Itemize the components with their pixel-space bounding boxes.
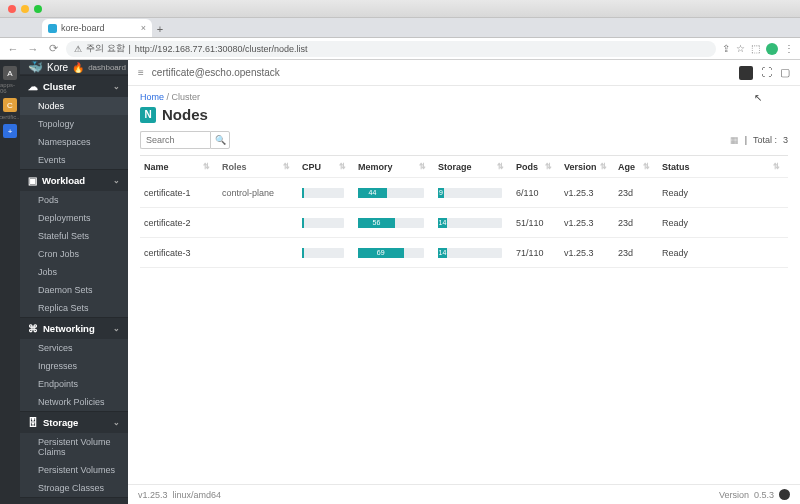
- cell-pods: 71/110: [512, 248, 560, 258]
- group-icon: 🗄: [28, 417, 38, 428]
- page-title: Nodes: [162, 106, 208, 123]
- sidebar-item-ingresses[interactable]: Ingresses: [20, 357, 128, 375]
- group-icon: ⌘: [28, 323, 38, 334]
- sort-icon[interactable]: ⇅: [203, 162, 214, 171]
- cell-version: v1.25.3: [560, 248, 614, 258]
- mini-app-b[interactable]: C: [3, 98, 17, 112]
- url-text: http://192.168.77.61:30080/cluster/node.…: [135, 44, 308, 54]
- sidebar-group-configuration[interactable]: ⚙Configuration⌄: [20, 497, 128, 504]
- table-header: Name⇅ Roles⇅ CPU⇅ Memory⇅ Storage⇅ Pods⇅…: [140, 156, 788, 178]
- sidebar-item-endpoints[interactable]: Endpoints: [20, 375, 128, 393]
- address-bar[interactable]: ⚠ 주의 요함 | http://192.168.77.61:30080/clu…: [66, 41, 716, 57]
- sidebar-item-network-policies[interactable]: Network Policies: [20, 393, 128, 411]
- sidebar-item-services[interactable]: Services: [20, 339, 128, 357]
- sidebar-item-events[interactable]: Events: [20, 151, 128, 169]
- sidebar-item-cron-jobs[interactable]: Cron Jobs: [20, 245, 128, 263]
- col-storage[interactable]: Storage: [438, 162, 472, 172]
- sidebar-group-workload[interactable]: ▣Workload⌄: [20, 169, 128, 191]
- sidebar-item-persistent-volume-claims[interactable]: Persistent Volume Claims: [20, 433, 128, 461]
- table-row[interactable]: certificate-3691471/110v1.25.323dReady: [140, 238, 788, 268]
- context-label: certificate@escho.openstack: [152, 67, 280, 78]
- col-memory[interactable]: Memory: [358, 162, 393, 172]
- close-tab-icon[interactable]: ×: [141, 23, 146, 33]
- sort-icon[interactable]: ⇅: [600, 162, 611, 171]
- breadcrumb-home[interactable]: Home: [140, 92, 164, 102]
- breadcrumb-current: Cluster: [172, 92, 201, 102]
- bookmark-icon[interactable]: ☆: [736, 43, 745, 54]
- sidebar-item-nodes[interactable]: Nodes: [20, 97, 128, 115]
- menu-toggle-icon[interactable]: ≡: [138, 67, 144, 78]
- col-age[interactable]: Age: [618, 162, 635, 172]
- sidebar-item-replica-sets[interactable]: Replica Sets: [20, 299, 128, 317]
- sort-icon[interactable]: ⇅: [643, 162, 654, 171]
- sidebar-item-pods[interactable]: Pods: [20, 191, 128, 209]
- sort-icon[interactable]: ⇅: [773, 162, 784, 171]
- sidebar-group-cluster[interactable]: ☁︎Cluster⌄: [20, 75, 128, 97]
- sidebar-item-jobs[interactable]: Jobs: [20, 263, 128, 281]
- forward-button[interactable]: →: [26, 43, 40, 55]
- cell-age: 23d: [614, 218, 658, 228]
- col-status[interactable]: Status: [662, 162, 690, 172]
- table-row[interactable]: certificate-1control-plane4496/110v1.25.…: [140, 178, 788, 208]
- group-icon: ▣: [28, 175, 37, 186]
- sort-icon[interactable]: ⇅: [419, 162, 430, 171]
- mini-add-button[interactable]: +: [3, 124, 17, 138]
- sidebar-group-label: Networking: [43, 323, 95, 334]
- cell-version: v1.25.3: [560, 188, 614, 198]
- terminal-button[interactable]: [739, 66, 753, 80]
- search-input[interactable]: [140, 131, 210, 149]
- sidebar-group-networking[interactable]: ⌘Networking⌄: [20, 317, 128, 339]
- sort-icon[interactable]: ⇅: [283, 162, 294, 171]
- content-area: ≡ certificate@escho.openstack ⛶ ▢ ↖ Home…: [128, 60, 800, 504]
- search-button[interactable]: 🔍: [210, 131, 230, 149]
- cell-memory: 69: [354, 248, 434, 258]
- sidebar-item-deployments[interactable]: Deployments: [20, 209, 128, 227]
- download-icon[interactable]: ⬚: [751, 43, 760, 54]
- footer-app-version: 0.5.3: [754, 490, 774, 500]
- chevron-down-icon: ⌄: [113, 82, 120, 91]
- favicon-icon: [48, 24, 57, 33]
- search-row: 🔍 ▦ | Total : 3: [128, 131, 800, 155]
- sidebar-item-persistent-volumes[interactable]: Persistent Volumes: [20, 461, 128, 479]
- back-button[interactable]: ←: [6, 43, 20, 55]
- group-icon: ☁︎: [28, 81, 38, 92]
- extension-icon[interactable]: ⇪: [722, 43, 730, 54]
- profile-avatar[interactable]: [766, 43, 778, 55]
- col-roles[interactable]: Roles: [222, 162, 247, 172]
- cell-cpu: [298, 218, 354, 228]
- url-separator: |: [129, 44, 131, 54]
- cell-status: Ready: [658, 218, 788, 228]
- github-icon[interactable]: [779, 489, 790, 500]
- panel-button[interactable]: ▢: [780, 66, 790, 80]
- sidebar-group-storage[interactable]: 🗄Storage⌄: [20, 411, 128, 433]
- col-name[interactable]: Name: [144, 162, 169, 172]
- sidebar-group-label: Storage: [43, 417, 78, 428]
- sidebar-item-stateful-sets[interactable]: Stateful Sets: [20, 227, 128, 245]
- cell-pods: 51/110: [512, 218, 560, 228]
- brand-suffix: dashboard: [88, 63, 126, 72]
- columns-button[interactable]: ▦: [730, 135, 739, 145]
- menu-icon[interactable]: ⋮: [784, 43, 794, 54]
- sort-icon[interactable]: ⇅: [497, 162, 508, 171]
- sidebar-item-namespaces[interactable]: Namespaces: [20, 133, 128, 151]
- col-version[interactable]: Version: [564, 162, 597, 172]
- sidebar-item-daemon-sets[interactable]: Daemon Sets: [20, 281, 128, 299]
- reload-button[interactable]: ⟳: [46, 42, 60, 55]
- sidebar-item-topology[interactable]: Topology: [20, 115, 128, 133]
- cell-storage: 14: [434, 248, 512, 258]
- fullscreen-button[interactable]: ⛶: [761, 66, 772, 80]
- brand[interactable]: 🐳 Kore🔥 dashboard: [20, 60, 128, 75]
- new-tab-button[interactable]: +: [152, 21, 168, 37]
- col-cpu[interactable]: CPU: [302, 162, 321, 172]
- browser-tab[interactable]: kore-board ×: [42, 19, 152, 37]
- total-label: Total :: [753, 135, 777, 145]
- col-pods[interactable]: Pods: [516, 162, 538, 172]
- traffic-lights[interactable]: [8, 5, 42, 13]
- sort-icon[interactable]: ⇅: [545, 162, 556, 171]
- sort-icon[interactable]: ⇅: [339, 162, 350, 171]
- sidebar-item-stroage-classes[interactable]: Stroage Classes: [20, 479, 128, 497]
- mini-app-a[interactable]: A: [3, 66, 17, 80]
- table-row[interactable]: certificate-2561451/110v1.25.323dReady: [140, 208, 788, 238]
- brand-name: Kore: [47, 62, 68, 73]
- sidebar-group-label: Workload: [42, 175, 85, 186]
